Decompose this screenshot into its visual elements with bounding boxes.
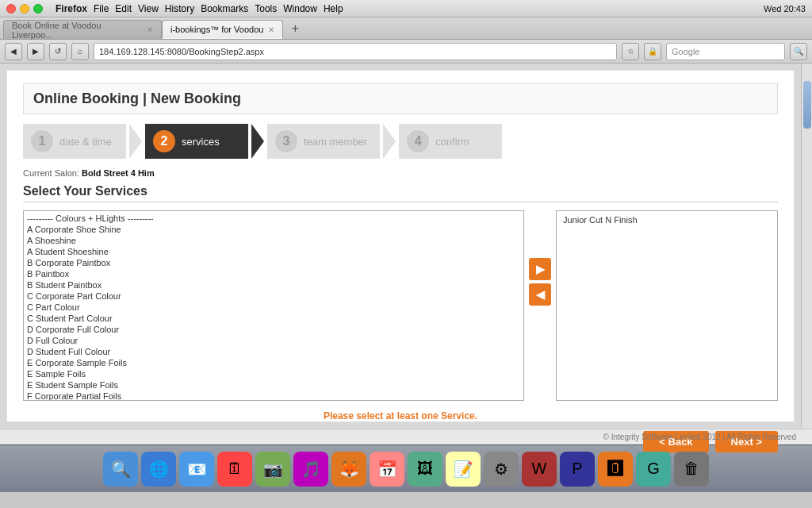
step-date-time[interactable]: 1 date & time: [23, 124, 126, 159]
home-button[interactable]: ⌂: [71, 43, 89, 60]
tab-label: Book Online at Voodou Liverpoo...: [12, 21, 142, 40]
tab-voodou-book[interactable]: Book Online at Voodou Liverpoo... ✕: [3, 20, 162, 39]
current-salon: Current Salon: Bold Street 4 Him: [23, 168, 778, 178]
search-button[interactable]: 🔍: [790, 43, 807, 60]
footer-text: © Integrity Software Limited 2012 | All …: [603, 433, 796, 441]
dock-app1[interactable]: W: [522, 452, 557, 487]
dock-finder[interactable]: 🔍: [103, 452, 138, 487]
step-confirm[interactable]: 4 confirm: [399, 124, 502, 159]
service-list-item[interactable]: A Corporate Shoe Shine: [24, 224, 523, 235]
step-arrow-1: [129, 124, 142, 159]
dock-app2[interactable]: P: [560, 452, 595, 487]
menu-history[interactable]: History: [165, 3, 194, 14]
firefox-logo: Firefox: [56, 3, 87, 14]
service-list-item[interactable]: B Corporate Paintbox: [24, 257, 523, 268]
service-list-container: --------- Colours + HLights ---------A C…: [23, 210, 524, 401]
service-list-item[interactable]: D Student Full Colour: [24, 346, 523, 357]
step-3-label: team member: [304, 136, 367, 148]
step-4-label: confirm: [435, 136, 469, 148]
step-1-label: date & time: [59, 136, 112, 148]
service-list-item[interactable]: D Corporate Full Colour: [24, 324, 523, 335]
dock-itunes[interactable]: 🎵: [293, 452, 328, 487]
menu-edit[interactable]: Edit: [115, 3, 132, 14]
menu-file[interactable]: File: [94, 3, 109, 14]
browser-window: Online Booking | New Booking 1 date & ti…: [0, 64, 812, 429]
remove-service-button[interactable]: ◀: [529, 283, 551, 306]
service-list-item[interactable]: B Paintbox: [24, 268, 523, 279]
service-list-item[interactable]: --------- Colours + HLights ---------: [24, 213, 523, 224]
menu-left: Firefox File Edit View History Bookmarks…: [6, 3, 343, 14]
minimize-button[interactable]: [20, 4, 29, 13]
menu-bookmarks[interactable]: Bookmarks: [201, 3, 248, 14]
step-arrow-3: [383, 124, 396, 159]
dock-app4[interactable]: G: [636, 452, 671, 487]
close-button[interactable]: [6, 4, 16, 13]
dock-photos[interactable]: 📷: [255, 452, 290, 487]
selected-services-box[interactable]: Junior Cut N Finish: [556, 210, 778, 401]
selected-service-item: Junior Cut N Finish: [560, 214, 774, 225]
back-nav-button[interactable]: ◀: [5, 43, 22, 60]
dock-mail[interactable]: 📧: [179, 452, 214, 487]
arrow-buttons: ▶ ◀: [529, 210, 551, 306]
dock-calendar[interactable]: 🗓: [217, 452, 252, 487]
dock-notes[interactable]: 📝: [446, 452, 481, 487]
warning-message: Please select at least one Service.: [23, 410, 778, 421]
dock-firefox[interactable]: 🦊: [331, 452, 366, 487]
dock-trash[interactable]: 🗑: [674, 452, 709, 487]
reload-button[interactable]: ↺: [49, 43, 67, 60]
maximize-button[interactable]: [33, 4, 43, 13]
scrollbar-thumb[interactable]: [803, 81, 811, 129]
step-team-member[interactable]: 3 team member: [267, 124, 380, 159]
current-salon-name: Bold Street 4 Him: [82, 168, 155, 178]
service-list-item[interactable]: E Sample Foils: [24, 368, 523, 379]
system-time: Wed 20:43: [764, 4, 806, 13]
search-placeholder: Google: [672, 47, 699, 56]
section-title: Select Your Services: [23, 184, 778, 202]
service-list-item[interactable]: C Corporate Part Colour: [24, 291, 523, 302]
service-list-item[interactable]: B Student Paintbox: [24, 279, 523, 291]
address-bar: ◀ ▶ ↺ ⌂ 184.169.128.145:8080/BookingStep…: [0, 40, 812, 64]
add-service-button[interactable]: ▶: [529, 258, 551, 280]
menu-tools[interactable]: Tools: [255, 3, 277, 14]
dock-preview[interactable]: 🖼: [408, 452, 442, 487]
new-tab-button[interactable]: +: [286, 20, 304, 37]
service-list-item[interactable]: C Part Colour: [24, 302, 523, 313]
menu-bar: Firefox File Edit View History Bookmarks…: [0, 0, 812, 17]
menu-view[interactable]: View: [138, 3, 159, 14]
service-list-item[interactable]: A Student Shoeshine: [24, 246, 523, 257]
dock-safari[interactable]: 🌐: [141, 452, 176, 487]
browser-scrollbar[interactable]: [801, 64, 812, 429]
page-title-box: Online Booking | New Booking: [23, 83, 778, 114]
service-list-item[interactable]: D Full Colour: [24, 335, 523, 346]
forward-nav-button[interactable]: ▶: [27, 43, 44, 60]
menu-help[interactable]: Help: [324, 3, 343, 14]
service-list-item[interactable]: C Student Part Colour: [24, 313, 523, 324]
tab-close-active-icon[interactable]: ✕: [268, 25, 274, 34]
refresh-ssl[interactable]: 🔒: [644, 43, 661, 60]
selected-service-item[interactable]: Junior Cut N Finish: [560, 214, 774, 225]
service-list-item[interactable]: F Corporate Partial Foils: [24, 391, 523, 401]
service-list-item[interactable]: A Shoeshine: [24, 235, 523, 246]
dock-app3[interactable]: 🅾: [598, 452, 633, 487]
service-list-item[interactable]: E Student Sample Foils: [24, 379, 523, 391]
bookmark-star[interactable]: ☆: [622, 43, 639, 60]
tab-close-icon[interactable]: ✕: [147, 25, 153, 34]
steps-row: 1 date & time 2 services 3 team member 4…: [23, 124, 778, 159]
search-input[interactable]: Google: [666, 43, 785, 60]
menu-window[interactable]: Window: [283, 3, 317, 14]
dock-settings[interactable]: ⚙: [484, 452, 519, 487]
url-text: 184.169.128.145:8080/BookingStep2.aspx: [99, 47, 264, 56]
step-2-number: 2: [153, 130, 175, 152]
page-content: Online Booking | New Booking 1 date & ti…: [6, 70, 795, 422]
address-input[interactable]: 184.169.128.145:8080/BookingStep2.aspx: [94, 43, 617, 60]
step-2-label: services: [182, 136, 220, 148]
service-list-box[interactable]: --------- Colours + HLights ---------A C…: [23, 210, 524, 401]
service-selector: --------- Colours + HLights ---------A C…: [23, 210, 778, 401]
service-list-item[interactable]: E Corporate Sample Foils: [24, 357, 523, 368]
traffic-lights: [6, 4, 43, 13]
step-services[interactable]: 2 services: [145, 124, 248, 159]
dock-calendar2[interactable]: 📅: [370, 452, 404, 487]
page-title: Online Booking | New Booking: [33, 90, 241, 106]
step-4-number: 4: [407, 130, 429, 152]
tab-ibookings[interactable]: i-bookings™ for Voodou ✕: [162, 20, 283, 39]
